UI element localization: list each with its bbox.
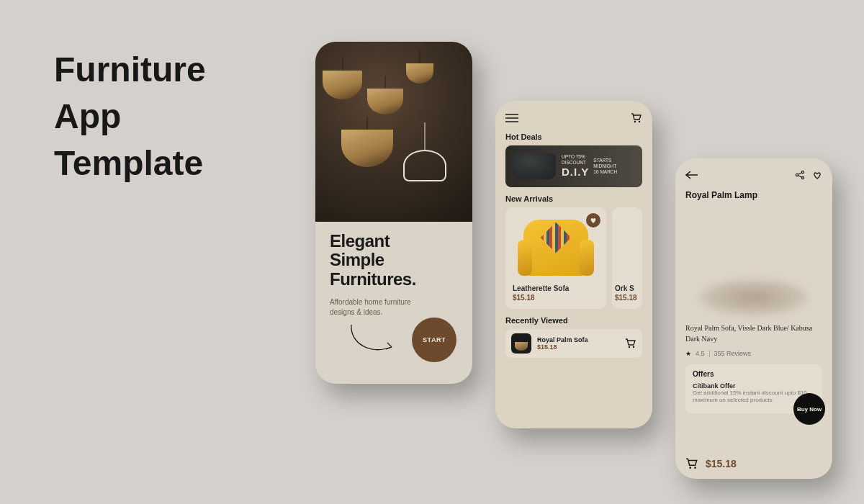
svg-point-2 (629, 346, 630, 348)
start-button-label: START (423, 336, 446, 343)
offers-title: Offers (693, 370, 815, 378)
deal-starts: STARTS (593, 158, 617, 163)
product-price: $15.18 (615, 294, 639, 302)
rating-value: 4.5 (696, 350, 705, 357)
menu-icon[interactable] (505, 114, 518, 122)
deal-sofa-image (513, 153, 556, 179)
recently-viewed-title: Recently Viewed (505, 316, 642, 325)
product-image (615, 213, 639, 282)
product-card[interactable]: Leatherette Sofa $15.18 (505, 207, 606, 309)
hot-deals-title: Hot Deals (505, 132, 642, 141)
cart-icon[interactable] (685, 457, 698, 470)
cart-icon[interactable] (631, 112, 642, 124)
promo-title-line: App (54, 94, 206, 140)
product-price: $15.18 (706, 458, 737, 469)
headline-line: Simple (330, 251, 458, 269)
pendant-lamp-icon (367, 89, 403, 114)
product-card[interactable]: Ork S $15.18 (612, 207, 642, 309)
bottom-bar: $15.18 (685, 450, 822, 472)
product-title: Royal Palm Lamp (685, 190, 822, 200)
deal-banner[interactable]: UPTO 75% DISCOUNT D.I.Y STARTS MIDNIGHT … (505, 145, 642, 187)
product-hero-image (685, 207, 822, 315)
recent-price: $15.18 (537, 343, 619, 351)
svg-point-3 (633, 346, 634, 348)
favorite-button[interactable] (586, 213, 600, 228)
deal-text: STARTS MIDNIGHT 16 MARCH (593, 158, 617, 174)
lamp-image-blur (700, 279, 808, 315)
pendant-lamp-icon (341, 130, 393, 167)
offer-name: Citibank Offer (693, 382, 815, 390)
headline-line: Elegant (330, 232, 458, 251)
deal-diy: D.I.Y (562, 166, 589, 179)
product-name: Ork S (615, 284, 639, 292)
headline-line: Furnitures. (330, 270, 458, 289)
deal-midnight: MIDNIGHT (593, 163, 617, 169)
svg-point-4 (801, 171, 804, 173)
hero-image (315, 42, 472, 222)
buy-now-button[interactable]: Buy Now (793, 393, 825, 425)
subtitle-line: designs & ideas. (330, 307, 458, 318)
heart-icon[interactable] (812, 170, 822, 180)
promo-title: Furniture App Template (54, 47, 206, 186)
product-price: $15.18 (513, 294, 599, 302)
screen-product-detail: Royal Palm Lamp Royal Palm Sofa, Vissle … (675, 158, 832, 479)
arrow-swoosh-icon (348, 322, 400, 358)
armchair-image (523, 220, 588, 276)
svg-point-1 (639, 121, 640, 122)
product-row: Leatherette Sofa $15.18 Ork S $15.18 (505, 207, 642, 309)
pendant-lamp-outline-icon (403, 150, 446, 181)
review-count[interactable]: 355 Reviews (709, 350, 752, 357)
svg-point-5 (796, 174, 798, 176)
subtitle-line: Affordable home furniture (330, 297, 458, 307)
cart-icon[interactable] (625, 338, 636, 349)
rating-row: ★ 4.5 355 Reviews (685, 350, 822, 357)
recent-name: Royal Palm Sofa (537, 336, 619, 343)
pendant-lamp-icon (406, 63, 433, 84)
recent-item[interactable]: Royal Palm Sofa $15.18 (505, 329, 642, 358)
onboarding-headline: Elegant Simple Furnitures. (330, 232, 458, 289)
pendant-lamp-icon (323, 71, 362, 99)
screen-onboarding: Elegant Simple Furnitures. Affordable ho… (315, 42, 472, 384)
share-icon[interactable] (795, 170, 805, 180)
star-icon: ★ (685, 350, 691, 357)
svg-point-8 (694, 467, 696, 469)
screen-home: Hot Deals UPTO 75% DISCOUNT D.I.Y STARTS… (495, 101, 652, 428)
start-button[interactable]: START (412, 318, 456, 362)
svg-point-6 (801, 176, 804, 179)
back-icon[interactable] (685, 171, 698, 179)
promo-title-line: Furniture (54, 47, 206, 94)
recent-thumb (511, 333, 531, 354)
deal-discount: DISCOUNT (562, 160, 589, 166)
deal-text: UPTO 75% DISCOUNT D.I.Y (562, 154, 589, 179)
product-name: Leatherette Sofa (513, 284, 599, 292)
deal-date: 16 MARCH (593, 169, 617, 175)
deal-upto: UPTO 75% (562, 154, 589, 160)
buy-now-label: Buy Now (797, 406, 822, 413)
svg-point-0 (634, 121, 636, 122)
onboarding-subtitle: Affordable home furniture designs & idea… (330, 297, 458, 318)
new-arrivals-title: New Arrivals (505, 194, 642, 203)
svg-point-7 (689, 467, 691, 469)
promo-title-line: Template (54, 140, 206, 187)
product-description: Royal Palm Sofa, Vissle Dark Blue/ Kabus… (685, 323, 822, 344)
